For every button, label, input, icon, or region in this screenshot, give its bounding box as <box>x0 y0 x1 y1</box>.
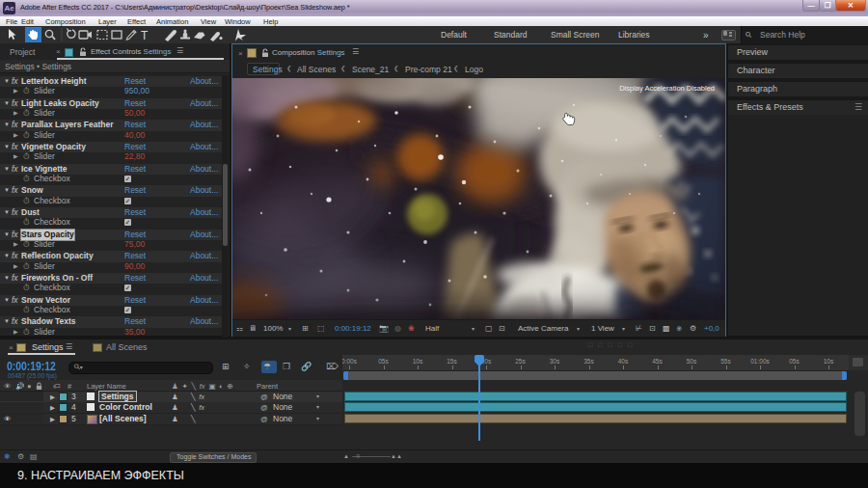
svg-text:Display Acceleration Disabled: Display Acceleration Disabled <box>619 84 715 93</box>
svg-text:T: T <box>141 29 149 42</box>
